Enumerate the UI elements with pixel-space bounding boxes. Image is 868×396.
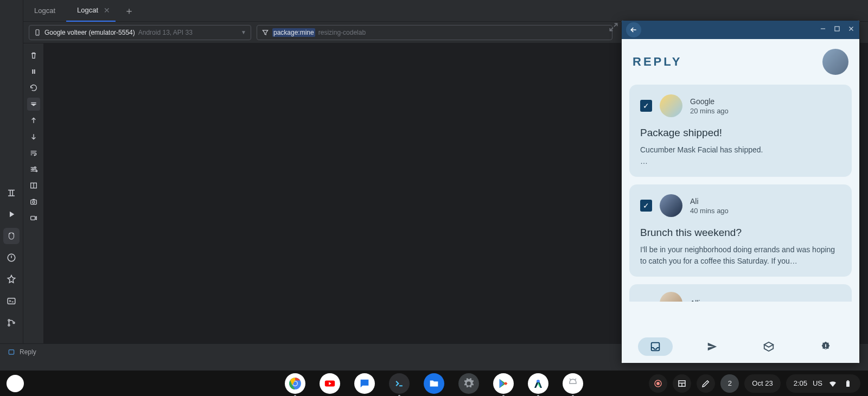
svg-point-12 xyxy=(36,170,37,172)
chevron-down-icon: ▼ xyxy=(241,29,246,35)
screenshot-button[interactable] xyxy=(27,195,40,208)
logcat-filter-input[interactable]: package:mine resizing-codelab xyxy=(257,25,612,40)
logcat-tool[interactable] xyxy=(3,228,20,244)
new-tab-button[interactable]: ＋ xyxy=(121,3,137,19)
sender-avatar xyxy=(660,292,682,302)
svg-point-4 xyxy=(8,320,10,321)
mail-card-1[interactable]: ✓ Google 20 mins ago Package shipped! Cu… xyxy=(629,85,852,177)
text-tool[interactable] xyxy=(3,184,20,201)
restart-log-button[interactable] xyxy=(27,81,40,94)
maximize-button[interactable] xyxy=(833,25,841,35)
svg-point-27 xyxy=(571,381,572,382)
tray-badge[interactable]: 2 xyxy=(720,374,739,393)
profile-avatar[interactable] xyxy=(822,49,848,75)
svg-rect-16 xyxy=(30,216,35,220)
vcs-tool[interactable] xyxy=(3,315,20,331)
tab-bar: Logcat Logcat✕ ＋ xyxy=(23,0,868,22)
close-tab-icon[interactable]: ✕ xyxy=(104,6,110,15)
filter-tag: package:mine xyxy=(272,28,315,37)
settings-icon[interactable] xyxy=(458,373,479,394)
svg-rect-3 xyxy=(8,298,15,304)
svg-rect-32 xyxy=(846,381,850,387)
sender-avatar xyxy=(660,194,682,217)
softwrap-button[interactable] xyxy=(27,146,40,159)
bottom-nav xyxy=(622,330,859,363)
tray-layout-button[interactable] xyxy=(673,374,691,393)
tab-logcat-1[interactable]: Logcat xyxy=(23,0,66,22)
logcat-side-tools xyxy=(23,43,44,343)
nav-sent[interactable] xyxy=(695,337,730,356)
chat-icon[interactable] xyxy=(354,373,375,394)
chrome-icon[interactable] xyxy=(285,373,305,394)
tray-stop-button[interactable] xyxy=(649,374,667,393)
svg-rect-21 xyxy=(825,348,826,349)
svg-point-30 xyxy=(657,382,660,385)
nav-drafts[interactable] xyxy=(751,337,786,356)
mail-card-3[interactable]: Allison xyxy=(629,284,852,302)
run-tool[interactable] xyxy=(3,206,20,222)
filter-text: resizing-codelab xyxy=(318,29,366,36)
mail-time: 40 mins ago xyxy=(690,207,729,215)
back-button[interactable] xyxy=(626,22,641,37)
android-icon[interactable] xyxy=(563,373,583,394)
tray-status[interactable]: 2:05 US xyxy=(786,374,860,393)
android-studio-icon[interactable] xyxy=(528,373,548,394)
device-icon xyxy=(34,29,41,36)
emulator-titlebar xyxy=(622,21,859,39)
device-name: Google volteer (emulator-5554) xyxy=(44,29,135,36)
sender-name: Allison xyxy=(690,299,712,302)
split-button[interactable] xyxy=(27,179,40,192)
mail-body: Cucumber Mask Facial has shipped. … xyxy=(640,144,841,167)
next-button[interactable] xyxy=(27,130,40,143)
device-api: Android 13, API 33 xyxy=(138,29,193,36)
svg-point-10 xyxy=(34,167,36,168)
app-header: REPLY xyxy=(627,49,854,85)
nav-inbox[interactable] xyxy=(638,337,673,356)
mail-subject: Brunch this weekend? xyxy=(640,227,841,239)
play-store-icon[interactable] xyxy=(493,373,514,394)
svg-point-28 xyxy=(574,381,575,382)
svg-rect-9 xyxy=(34,69,35,74)
mail-body: I'll be in your neighborhood doing erran… xyxy=(640,244,841,267)
youtube-icon[interactable] xyxy=(320,373,340,394)
inspector-tool[interactable] xyxy=(3,271,20,288)
scroll-end-button[interactable] xyxy=(27,98,40,111)
settings-log-button[interactable] xyxy=(27,163,40,176)
battery-icon xyxy=(843,379,853,388)
mail-subject: Package shipped! xyxy=(640,127,841,139)
emulator-window: REPLY ✓ Google 20 mins ago Package shipp… xyxy=(621,20,860,363)
dock xyxy=(285,373,583,394)
files-icon[interactable] xyxy=(424,373,444,394)
close-window-button[interactable] xyxy=(847,25,855,35)
mail-time: 20 mins ago xyxy=(690,107,729,115)
nav-spam[interactable] xyxy=(808,337,843,356)
tab-logcat-2[interactable]: Logcat✕ xyxy=(66,0,116,22)
checkbox-icon[interactable]: ✓ xyxy=(640,200,652,212)
svg-rect-8 xyxy=(32,69,33,74)
sender-name: Ali xyxy=(690,197,729,206)
wifi-icon xyxy=(828,379,838,388)
prev-button[interactable] xyxy=(27,114,40,127)
pause-log-button[interactable] xyxy=(27,65,40,78)
problems-tool[interactable] xyxy=(3,250,20,266)
terminal-tool[interactable] xyxy=(3,293,20,309)
svg-point-6 xyxy=(13,322,15,324)
device-selector[interactable]: Google volteer (emulator-5554) Android 1… xyxy=(29,25,251,40)
mail-card-2[interactable]: ✓ Ali 40 mins ago Brunch this weekend? I… xyxy=(629,184,852,277)
tray-pen-button[interactable] xyxy=(697,374,715,393)
minimize-button[interactable] xyxy=(819,25,827,35)
tray-date[interactable]: Oct 23 xyxy=(744,374,780,393)
sender-name: Google xyxy=(690,97,729,106)
svg-point-15 xyxy=(33,201,35,203)
svg-point-5 xyxy=(8,324,10,326)
clear-log-button[interactable] xyxy=(27,49,40,62)
app-content: REPLY ✓ Google 20 mins ago Package shipp… xyxy=(622,39,859,330)
os-taskbar: 2 Oct 23 2:05 US xyxy=(0,371,868,396)
record-button[interactable] xyxy=(27,212,40,225)
launcher-button[interactable] xyxy=(7,375,24,392)
system-tray: 2 Oct 23 2:05 US xyxy=(649,374,868,393)
checkbox-icon[interactable]: ✓ xyxy=(640,100,652,112)
svg-rect-17 xyxy=(9,349,14,354)
resize-handle-icon[interactable] xyxy=(608,22,619,33)
terminal-dock-icon[interactable] xyxy=(389,373,410,394)
